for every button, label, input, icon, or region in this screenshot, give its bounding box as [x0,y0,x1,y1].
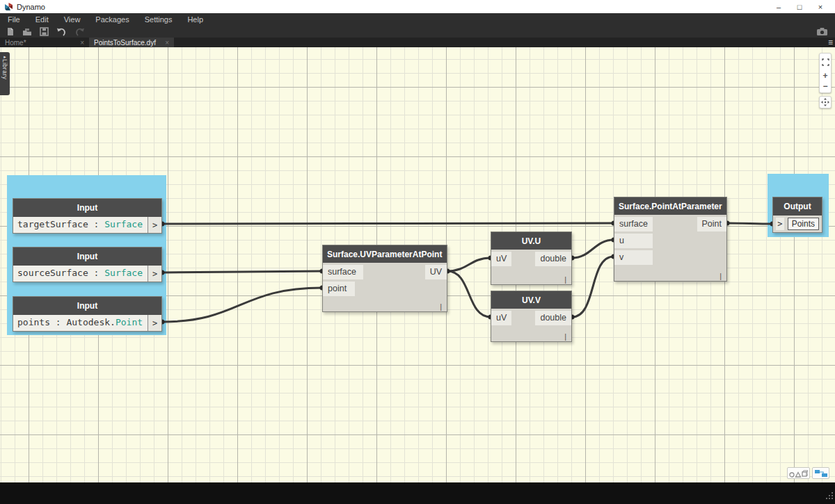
menu-help[interactable]: Help [180,15,211,24]
node-output-points[interactable]: Output > Points [772,197,822,233]
workspace-canvas[interactable]: ▸ Library Input targetSurface : Surface … [0,47,835,482]
tab-home-close-icon[interactable]: × [80,39,84,47]
wire[interactable] [162,271,322,273]
node-surface-pointatparameter[interactable]: Surface.PointAtParameter surface u v Poi… [614,197,727,282]
input-code-text[interactable]: points : Autodesk.Point [13,315,148,331]
node-input-sourcesurface[interactable]: Input sourceSurface : Surface > [13,247,162,282]
input-port-point[interactable]: point [323,282,355,296]
tool-bar [0,25,835,38]
wire[interactable] [447,271,491,317]
app-title: Dynamo [17,3,45,11]
node-surface-uvparameteratpoint[interactable]: Surface.UVParameterAtPoint surface point… [322,245,447,312]
view-toggle-buttons [787,467,829,479]
input-port[interactable]: > [776,218,784,230]
node-header[interactable]: Surface.UVParameterAtPoint [323,245,447,263]
node-uv-v[interactable]: UV.V uV double | [491,291,572,342]
node-header[interactable]: UV.U [491,232,571,250]
canvas-zoom-panel: + − [819,53,832,93]
input-port-u[interactable]: u [614,234,653,248]
lacing-indicator[interactable]: | [564,332,566,341]
workspace-tab-bar: Home* × PointsToSurface.dyf × ≡ [0,38,835,47]
window-titlebar: Dynamo – □ × [0,0,835,13]
menu-edit[interactable]: Edit [28,15,56,24]
tab-overflow-menu-icon[interactable]: ≡ [828,38,833,47]
menu-settings[interactable]: Settings [137,15,180,24]
graph-view-button[interactable] [812,467,829,479]
maximize-button[interactable]: □ [789,3,810,11]
undo-icon[interactable] [56,27,67,36]
menu-file[interactable]: File [0,15,28,24]
node-header[interactable]: Input [13,199,161,217]
menu-view[interactable]: View [56,15,88,24]
tab-home[interactable]: Home* × [0,38,89,47]
lacing-indicator[interactable]: | [719,272,722,280]
node-input-targetsurface[interactable]: Input targetSurface : Surface > [13,198,162,234]
input-port-v[interactable]: v [614,250,653,265]
node-header[interactable]: Surface.PointAtParameter [614,197,726,215]
redo-icon[interactable] [74,27,85,36]
pan-tool-button[interactable] [819,96,832,108]
node-header[interactable]: Input [13,247,161,266]
status-bottom-bar [0,482,835,504]
dynamo-logo-icon [5,3,13,10]
wire[interactable] [572,257,614,317]
tab-home-label: Home* [5,39,26,47]
input-code-text[interactable]: sourceSurface : Surface [13,266,148,282]
close-button[interactable]: × [810,3,831,11]
input-port-surface[interactable]: surface [614,217,653,231]
output-port[interactable]: > [148,217,161,233]
new-file-icon[interactable] [6,27,15,36]
node-header[interactable]: Output [773,197,822,216]
graph-view-icon [815,470,827,477]
window-controls: – □ × [768,0,831,13]
save-icon[interactable] [40,27,49,36]
output-port-uv[interactable]: UV [425,265,447,279]
lacing-indicator[interactable]: | [440,302,442,311]
node-uv-u[interactable]: UV.U uV double | [491,231,572,285]
tab-active-close-icon[interactable]: × [165,39,169,47]
output-port[interactable]: > [148,266,161,282]
input-code-text[interactable]: targetSurface : Surface [13,217,148,233]
library-tab-label: Library [1,59,8,79]
chevron-right-icon: ▸ [3,54,6,59]
node-input-points[interactable]: Input points : Autodesk.Point > [13,296,162,332]
geometry-view-icon [789,469,808,478]
node-header[interactable]: UV.V [491,291,571,309]
tab-active-label: PointsToSurface.dyf [94,39,156,47]
zoom-in-button[interactable]: + [822,72,827,79]
minimize-button[interactable]: – [768,3,789,11]
lacing-indicator[interactable]: | [564,275,566,284]
wire[interactable] [447,258,491,271]
wire[interactable] [572,240,614,258]
output-port-double[interactable]: double [535,311,571,325]
resize-grip[interactable] [825,490,834,503]
zoom-fit-icon[interactable] [822,56,829,69]
menu-packages[interactable]: Packages [88,15,136,24]
node-header[interactable]: Input [13,297,161,315]
input-port-uv[interactable]: uV [491,311,511,325]
output-name-field[interactable]: Points [788,218,819,230]
input-port-surface[interactable]: surface [323,265,363,279]
menu-bar: File Edit View Packages Settings Help [0,13,835,25]
geometry-view-button[interactable] [787,467,810,479]
output-port-double[interactable]: double [535,252,571,266]
output-port[interactable]: > [148,315,161,331]
zoom-out-button[interactable]: − [822,83,827,90]
tab-pointstosurface[interactable]: PointsToSurface.dyf × [89,38,174,47]
wire[interactable] [162,223,614,224]
open-file-icon[interactable] [22,27,32,36]
wire[interactable] [727,223,772,224]
library-panel-tab[interactable]: ▸ Library [0,52,10,95]
output-port-point[interactable]: Point [697,217,726,231]
wire[interactable] [162,288,322,322]
input-port-uv[interactable]: uV [491,252,511,266]
